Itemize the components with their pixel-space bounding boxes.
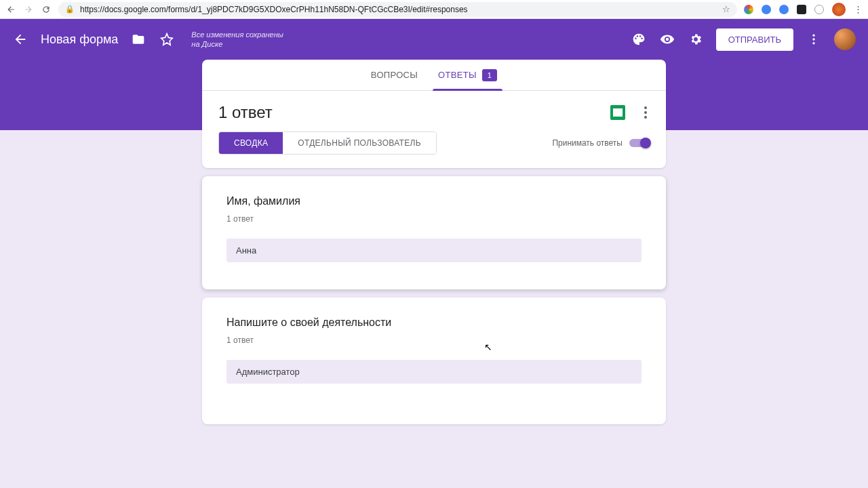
more-vert-icon[interactable] xyxy=(806,31,822,47)
form-title[interactable]: Новая форма xyxy=(41,33,118,47)
browser-chrome: 🔒 https://docs.google.com/forms/d/1_yj8P… xyxy=(0,0,868,19)
view-segmented-control: СВОДКА ОТДЕЛЬНЫЙ ПОЛЬЗОВАТЕЛЬ xyxy=(218,131,437,155)
url-text: https://docs.google.com/forms/d/1_yj8PDC… xyxy=(80,5,468,14)
ext-icon-1[interactable] xyxy=(744,5,753,14)
ext-icon-4[interactable] xyxy=(797,5,806,14)
question-title: Напишите о своей деятельности xyxy=(226,317,642,329)
response-value: Анна xyxy=(226,239,642,262)
svg-point-2 xyxy=(812,42,814,44)
tab-bar: ВОПРОСЫ ОТВЕТЫ 1 xyxy=(202,60,666,91)
browser-reload-icon[interactable] xyxy=(41,4,52,15)
settings-gear-icon[interactable] xyxy=(688,31,704,47)
star-outline-icon[interactable] xyxy=(159,31,175,47)
tab-responses-label: ОТВЕТЫ xyxy=(438,70,477,80)
browser-extensions: ⋮ xyxy=(744,3,863,16)
browser-back-icon[interactable] xyxy=(5,4,16,15)
question-card-2: Напишите о своей деятельности 1 ответ Ад… xyxy=(202,298,666,424)
browser-menu-icon[interactable]: ⋮ xyxy=(854,4,863,14)
question-card-1: Имя, фамилия 1 ответ Анна xyxy=(202,176,666,289)
browser-avatar[interactable] xyxy=(832,3,846,16)
tab-responses[interactable]: ОТВЕТЫ 1 xyxy=(438,60,497,90)
responses-more-icon[interactable] xyxy=(642,104,650,121)
accept-responses-label: Принимать ответы xyxy=(552,138,623,148)
tab-questions[interactable]: ВОПРОСЫ xyxy=(371,60,418,90)
lock-icon: 🔒 xyxy=(65,5,75,14)
ext-icon-3[interactable] xyxy=(779,5,789,14)
send-button[interactable]: ОТПРАВИТЬ xyxy=(716,28,793,51)
question-response-count: 1 ответ xyxy=(226,214,642,224)
palette-icon[interactable] xyxy=(631,31,647,47)
back-arrow-icon[interactable] xyxy=(12,31,28,47)
ext-icon-5[interactable] xyxy=(814,5,824,14)
responses-count-title: 1 ответ xyxy=(218,103,610,122)
question-response-count: 1 ответ xyxy=(226,336,642,345)
folder-icon[interactable] xyxy=(130,31,146,47)
segment-summary[interactable]: СВОДКА xyxy=(219,132,283,154)
address-bar[interactable]: 🔒 https://docs.google.com/forms/d/1_yj8P… xyxy=(58,2,737,17)
page-body: ВОПРОСЫ ОТВЕТЫ 1 1 ответ СВОДКА ОТДЕЛЬНЫ… xyxy=(0,130,868,488)
svg-point-0 xyxy=(812,35,814,37)
sheets-icon[interactable] xyxy=(610,105,625,120)
response-value: Администратор xyxy=(226,360,642,384)
user-avatar[interactable] xyxy=(834,28,856,50)
star-icon[interactable]: ☆ xyxy=(722,4,730,14)
browser-forward-icon[interactable] xyxy=(23,4,34,15)
responses-count-badge: 1 xyxy=(482,69,497,81)
preview-eye-icon[interactable] xyxy=(659,31,675,47)
responses-header-card: ВОПРОСЫ ОТВЕТЫ 1 1 ответ СВОДКА ОТДЕЛЬНЫ… xyxy=(202,60,666,168)
save-status: Все изменения сохранены на Диске xyxy=(191,30,283,49)
svg-point-1 xyxy=(812,38,814,40)
segment-individual[interactable]: ОТДЕЛЬНЫЙ ПОЛЬЗОВАТЕЛЬ xyxy=(283,132,436,154)
accept-responses-toggle[interactable] xyxy=(629,139,650,147)
question-title: Имя, фамилия xyxy=(226,195,642,207)
ext-icon-2[interactable] xyxy=(762,5,771,14)
